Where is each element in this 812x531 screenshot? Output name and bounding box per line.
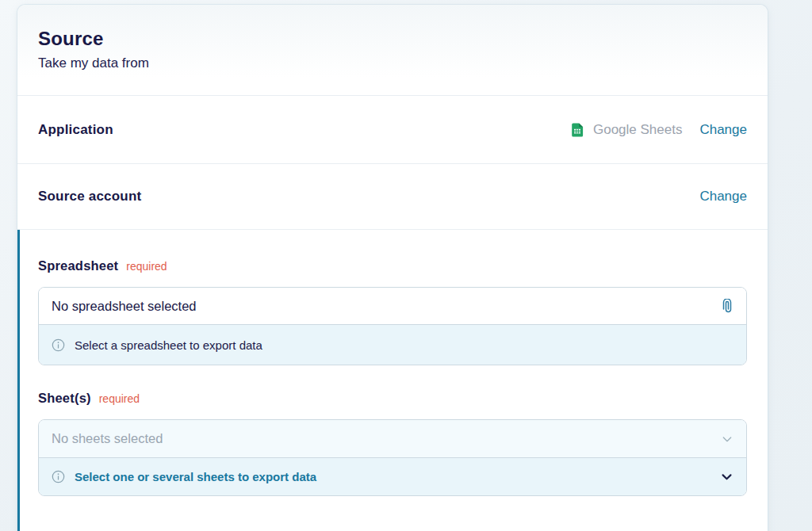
spreadsheet-label: Spreadsheet — [38, 258, 118, 273]
sheets-field-label-line: Sheet(s) required — [38, 391, 747, 407]
spreadsheet-picker: No spreadsheet selected Select a spreads… — [38, 287, 747, 365]
sheets-hint-text: Select one or several sheets to export d… — [75, 470, 720, 483]
info-circle-icon — [52, 470, 65, 483]
chevron-down-icon[interactable] — [721, 433, 733, 445]
change-account-button[interactable]: Change — [699, 189, 747, 204]
spreadsheet-input[interactable]: No spreadsheet selected — [39, 288, 746, 325]
sheets-required-badge: required — [99, 392, 140, 405]
source-account-row: Source account Change — [17, 164, 768, 230]
page-title: Source — [38, 27, 747, 51]
selected-application: Google Sheets — [570, 122, 682, 138]
spreadsheet-hint-bar: Select a spreadsheet to export data — [39, 325, 746, 365]
source-panel: Source Take my data from Application — [17, 5, 768, 531]
source-settings-section: Spreadsheet required No spreadsheet sele… — [17, 230, 768, 531]
paperclip-icon[interactable] — [721, 299, 733, 313]
application-value: Google Sheets — [593, 122, 682, 138]
spreadsheet-field-label-line: Spreadsheet required — [38, 258, 747, 274]
spreadsheet-hint-text: Select a spreadsheet to export data — [75, 338, 262, 352]
sheets-select[interactable]: No sheets selected — [39, 420, 746, 458]
spreadsheet-value: No spreadsheet selected — [52, 299, 197, 314]
sheets-placeholder: No sheets selected — [52, 431, 163, 446]
spreadsheet-required-badge: required — [126, 260, 167, 273]
sheets-label: Sheet(s) — [38, 391, 91, 406]
application-label: Application — [38, 122, 113, 138]
application-row: Application Goo — [17, 96, 768, 164]
sheets-hint-bar[interactable]: Select one or several sheets to export d… — [39, 458, 746, 495]
source-panel-header: Source Take my data from — [17, 5, 768, 96]
chevron-down-icon[interactable] — [720, 470, 733, 483]
change-application-button[interactable]: Change — [699, 122, 747, 138]
page-subtitle: Take my data from — [38, 55, 747, 72]
source-account-label: Source account — [38, 189, 141, 204]
google-sheets-icon — [570, 123, 584, 137]
info-circle-icon — [52, 338, 65, 352]
sheets-picker: No sheets selected Select one or several… — [38, 419, 747, 496]
